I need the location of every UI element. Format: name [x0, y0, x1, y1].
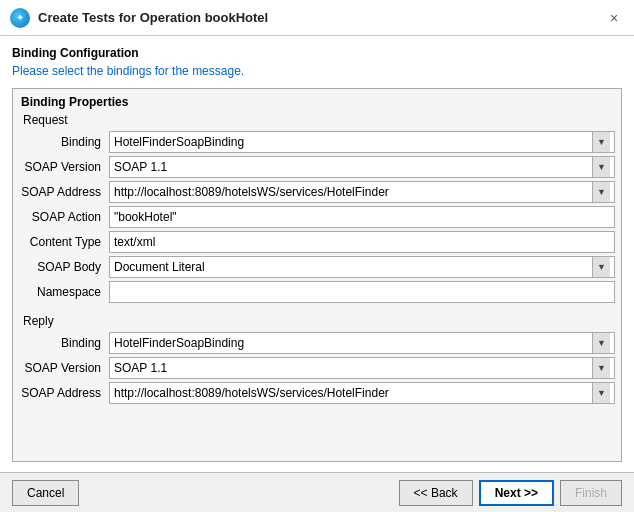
- reply-soap-address-value: http://localhost:8089/hotelsWS/services/…: [114, 386, 592, 400]
- reply-soap-address-row: SOAP Address http://localhost:8089/hotel…: [19, 382, 615, 404]
- soap-action-label: SOAP Action: [19, 210, 109, 224]
- reply-soap-version-select[interactable]: SOAP 1.1 ▼: [109, 357, 615, 379]
- namespace-label: Namespace: [19, 285, 109, 299]
- close-button[interactable]: ×: [604, 8, 624, 28]
- namespace-input[interactable]: [109, 281, 615, 303]
- content-type-input[interactable]: [109, 231, 615, 253]
- binding-properties-panel: Binding Properties Request Binding Hotel…: [12, 88, 622, 462]
- reply-soap-version-value: SOAP 1.1: [114, 361, 592, 375]
- content-area: Binding Configuration Please select the …: [0, 36, 634, 472]
- soap-address-value: http://localhost:8089/hotelsWS/services/…: [114, 185, 592, 199]
- soap-version-field: SOAP 1.1 ▼: [109, 156, 615, 178]
- reply-binding-arrow: ▼: [592, 333, 610, 353]
- binding-properties-title: Binding Properties: [19, 95, 615, 109]
- soap-action-row: SOAP Action: [19, 206, 615, 228]
- reply-soap-address-label: SOAP Address: [19, 386, 109, 400]
- reply-soap-version-arrow: ▼: [592, 358, 610, 378]
- soap-version-value: SOAP 1.1: [114, 160, 592, 174]
- binding-select-value: HotelFinderSoapBinding: [114, 135, 592, 149]
- reply-soap-version-field: SOAP 1.1 ▼: [109, 357, 615, 379]
- soap-body-value: Document Literal: [114, 260, 592, 274]
- reply-binding-row: Binding HotelFinderSoapBinding ▼: [19, 332, 615, 354]
- section-description: Please select the bindings for the messa…: [12, 64, 622, 78]
- namespace-field: [109, 281, 615, 303]
- reply-soap-address-arrow: ▼: [592, 383, 610, 403]
- soap-version-arrow: ▼: [592, 157, 610, 177]
- request-section-label: Request: [19, 113, 615, 127]
- binding-dropdown-arrow: ▼: [592, 132, 610, 152]
- content-type-label: Content Type: [19, 235, 109, 249]
- soap-address-label: SOAP Address: [19, 185, 109, 199]
- description-static: Please select the bindings for the: [12, 64, 192, 78]
- binding-label: Binding: [19, 135, 109, 149]
- reply-soap-address-select[interactable]: http://localhost:8089/hotelsWS/services/…: [109, 382, 615, 404]
- soap-body-label: SOAP Body: [19, 260, 109, 274]
- content-type-field: [109, 231, 615, 253]
- request-binding-row: Binding HotelFinderSoapBinding ▼: [19, 131, 615, 153]
- cancel-button[interactable]: Cancel: [12, 480, 79, 506]
- reply-soap-version-label: SOAP Version: [19, 361, 109, 375]
- reply-binding-select[interactable]: HotelFinderSoapBinding ▼: [109, 332, 615, 354]
- finish-button[interactable]: Finish: [560, 480, 622, 506]
- section-heading: Binding Configuration: [12, 46, 622, 60]
- soap-address-field: http://localhost:8089/hotelsWS/services/…: [109, 181, 615, 203]
- soap-action-field: [109, 206, 615, 228]
- soap-body-select[interactable]: Document Literal ▼: [109, 256, 615, 278]
- footer: Cancel << Back Next >> Finish: [0, 472, 634, 512]
- reply-binding-label: Binding: [19, 336, 109, 350]
- soap-body-field: Document Literal ▼: [109, 256, 615, 278]
- reply-binding-field: HotelFinderSoapBinding ▼: [109, 332, 615, 354]
- soap-body-arrow: ▼: [592, 257, 610, 277]
- reply-soap-version-row: SOAP Version SOAP 1.1 ▼: [19, 357, 615, 379]
- soap-version-row: SOAP Version SOAP 1.1 ▼: [19, 156, 615, 178]
- content-type-row: Content Type: [19, 231, 615, 253]
- soap-address-select[interactable]: http://localhost:8089/hotelsWS/services/…: [109, 181, 615, 203]
- namespace-row: Namespace: [19, 281, 615, 303]
- description-end: .: [241, 64, 244, 78]
- reply-soap-address-field: http://localhost:8089/hotelsWS/services/…: [109, 382, 615, 404]
- binding-select[interactable]: HotelFinderSoapBinding ▼: [109, 131, 615, 153]
- soap-address-arrow: ▼: [592, 182, 610, 202]
- window-title: Create Tests for Operation bookHotel: [38, 10, 604, 25]
- reply-binding-value: HotelFinderSoapBinding: [114, 336, 592, 350]
- footer-left: Cancel: [12, 480, 399, 506]
- back-button[interactable]: << Back: [399, 480, 473, 506]
- description-link[interactable]: message: [192, 64, 241, 78]
- soap-version-label: SOAP Version: [19, 160, 109, 174]
- binding-field: HotelFinderSoapBinding ▼: [109, 131, 615, 153]
- soap-address-row: SOAP Address http://localhost:8089/hotel…: [19, 181, 615, 203]
- soap-body-row: SOAP Body Document Literal ▼: [19, 256, 615, 278]
- soap-version-select[interactable]: SOAP 1.1 ▼: [109, 156, 615, 178]
- next-button[interactable]: Next >>: [479, 480, 554, 506]
- window-icon: [10, 8, 30, 28]
- soap-action-input[interactable]: [109, 206, 615, 228]
- title-bar: Create Tests for Operation bookHotel ×: [0, 0, 634, 36]
- reply-section-label: Reply: [19, 314, 615, 328]
- footer-right: << Back Next >> Finish: [399, 480, 622, 506]
